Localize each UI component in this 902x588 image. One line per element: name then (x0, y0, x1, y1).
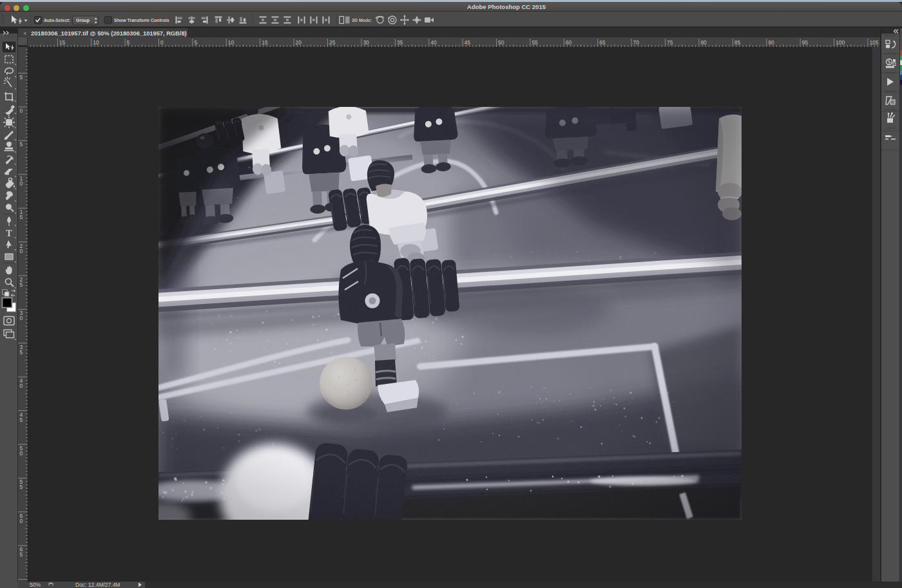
svg-text:5: 5 (20, 74, 23, 81)
svg-text:15: 15 (59, 39, 66, 46)
svg-text:0: 0 (20, 108, 23, 114)
svg-text:10: 10 (228, 39, 235, 46)
svg-text:5: 5 (20, 417, 23, 423)
svg-text:75: 75 (667, 39, 673, 46)
svg-text:T: T (6, 229, 12, 238)
svg-text:45: 45 (465, 39, 471, 46)
svg-text:90: 90 (768, 39, 774, 46)
svg-text:5: 5 (20, 141, 23, 147)
svg-text:30: 30 (363, 39, 369, 46)
svg-text:85: 85 (734, 39, 741, 46)
svg-text:95: 95 (802, 39, 809, 46)
svg-text:55: 55 (532, 39, 538, 46)
svg-text:10: 10 (93, 39, 99, 46)
svg-text:65: 65 (599, 39, 606, 46)
svg-text:5: 5 (127, 39, 130, 46)
svg-text:105: 105 (869, 39, 878, 46)
svg-text:0: 0 (20, 248, 23, 254)
svg-text:0: 0 (160, 39, 164, 46)
svg-text:0: 0 (20, 518, 23, 524)
svg-text:5: 5 (20, 551, 23, 558)
svg-text:25: 25 (329, 39, 336, 46)
svg-text:60: 60 (566, 39, 572, 46)
svg-text:20: 20 (296, 39, 302, 46)
svg-text:100: 100 (836, 39, 845, 46)
svg-text:5: 5 (20, 214, 23, 220)
svg-text:40: 40 (430, 39, 437, 46)
svg-text:5: 5 (194, 39, 197, 46)
svg-text:5: 5 (20, 349, 23, 356)
svg-text:15: 15 (262, 39, 268, 46)
svg-text:50: 50 (498, 39, 504, 46)
svg-text:80: 80 (700, 39, 707, 46)
svg-text:70: 70 (633, 39, 640, 46)
svg-text:0: 0 (20, 315, 23, 321)
svg-text:0: 0 (20, 383, 23, 389)
svg-text:5: 5 (20, 281, 23, 288)
svg-text:35: 35 (397, 39, 403, 46)
svg-text:0: 0 (20, 180, 23, 187)
svg-text:5: 5 (20, 484, 23, 490)
svg-text:0: 0 (20, 450, 23, 457)
